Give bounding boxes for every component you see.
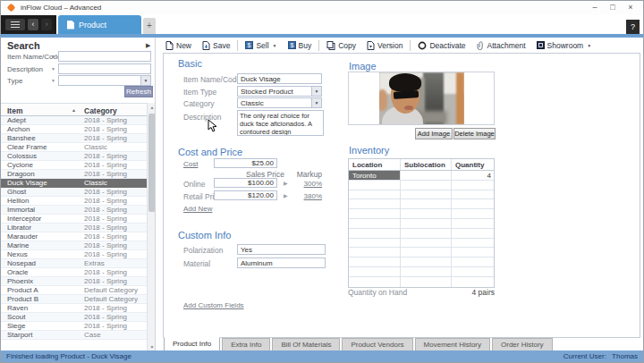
list-item[interactable]: Phoenix2018 - Spring	[1, 277, 147, 286]
list-item[interactable]: Banshee2018 - Spring	[1, 134, 147, 143]
inventory-empty-row[interactable]	[349, 239, 494, 249]
item-category-cell: Default Category	[80, 295, 147, 303]
item-name-input[interactable]	[237, 73, 322, 84]
inventory-empty-row[interactable]	[349, 219, 494, 229]
column-header-category[interactable]: Category	[84, 106, 117, 115]
list-item[interactable]: Hellion2018 - Spring	[1, 197, 147, 206]
material-input[interactable]	[237, 257, 326, 268]
list-item[interactable]: Clear FrameClassic	[1, 143, 147, 152]
retail-price-markup-link[interactable]: 380%	[289, 192, 322, 200]
type-select[interactable]: ▼	[58, 75, 151, 86]
category-select[interactable]: Classic ▼	[237, 97, 322, 108]
filter-arrow-icon[interactable]: ▼	[51, 54, 55, 59]
list-item[interactable]: Scout2018 - Spring	[1, 313, 147, 322]
add-new-link[interactable]: Add New	[183, 205, 212, 213]
inventory-empty-row[interactable]	[349, 267, 494, 277]
filter-arrow-icon[interactable]: ▼	[51, 78, 55, 83]
list-item[interactable]: StarportCase	[1, 331, 147, 340]
inventory-empty-row[interactable]	[349, 209, 494, 219]
online-markup-link[interactable]: 300%	[289, 180, 322, 188]
save-button[interactable]: Save	[197, 38, 235, 52]
list-item[interactable]: Raven2018 - Spring	[1, 304, 147, 313]
inventory-empty-row[interactable]	[349, 257, 494, 267]
inventory-col-sublocation: Sublocation	[401, 159, 452, 170]
panel-collapse-icon[interactable]: ▶	[146, 42, 150, 49]
list-item[interactable]: Nexus2018 - Spring	[1, 250, 147, 259]
cost-input[interactable]	[214, 158, 277, 168]
list-item[interactable]: Dragoon2018 - Spring	[1, 170, 147, 179]
buy-button[interactable]: $Buy	[283, 38, 318, 52]
back-button[interactable]: ‹	[28, 19, 38, 30]
inventory-empty-row[interactable]	[349, 248, 494, 257]
tab-movement-history[interactable]: Movement History	[415, 338, 490, 351]
forward-button[interactable]: ›	[41, 19, 52, 30]
list-item[interactable]: Product BDefault Category	[1, 295, 147, 304]
cost-link[interactable]: Cost	[183, 160, 198, 168]
attachment-button[interactable]: Attachment	[471, 38, 531, 52]
maximize-button[interactable]: □	[604, 1, 622, 15]
inventory-sublocation-cell[interactable]	[401, 171, 452, 180]
list-item[interactable]: Adept2018 - Spring	[1, 116, 147, 125]
inventory-empty-row[interactable]	[349, 181, 494, 190]
item-list-header[interactable]: Item ▲ Category	[1, 103, 156, 116]
item-name-code-input[interactable]	[58, 51, 151, 62]
inventory-empty-row[interactable]	[349, 190, 494, 200]
list-item[interactable]: Oracle2018 - Spring	[1, 268, 147, 277]
close-button[interactable]: ×	[622, 1, 640, 15]
list-item[interactable]: Interceptor2018 - Spring	[1, 215, 147, 224]
new-button[interactable]: New	[160, 38, 197, 52]
apply-markup-icon[interactable]: ▶	[284, 180, 288, 186]
inventory-location-cell[interactable]: Toronto	[349, 171, 401, 180]
status-message: Finished loading Product - Duck Visage	[6, 352, 131, 360]
version-button[interactable]: Version	[361, 38, 408, 52]
list-item[interactable]: Archon2018 - Spring	[1, 125, 147, 134]
list-item[interactable]: Colossus2018 - Spring	[1, 152, 147, 161]
list-item[interactable]: NosepadExtras	[1, 259, 147, 268]
list-item-selected[interactable]: Duck VisageClassic	[1, 179, 147, 188]
list-item[interactable]: Librator2018 - Spring	[1, 224, 147, 232]
category-label: Category	[183, 99, 215, 108]
minimize-button[interactable]: –	[586, 1, 604, 15]
inventory-empty-row[interactable]	[349, 277, 494, 287]
tab-product[interactable]: Product	[58, 15, 141, 34]
list-item[interactable]: Marauder2018 - Spring	[1, 232, 147, 241]
tab-order-history[interactable]: Order History	[492, 338, 553, 351]
tab-product-info[interactable]: Product Info	[164, 337, 220, 351]
copy-button-label: Copy	[338, 41, 356, 50]
tab-bill-of-materials[interactable]: Bill Of Materials	[272, 338, 340, 351]
list-item[interactable]: Product ADefault Category	[1, 286, 147, 295]
list-item[interactable]: Immortal2018 - Spring	[1, 206, 147, 215]
new-tab-button[interactable]: +	[143, 18, 156, 34]
column-header-item[interactable]: Item	[7, 106, 22, 115]
sell-button[interactable]: $Sell▼	[240, 38, 282, 52]
inventory-empty-row[interactable]	[349, 199, 494, 209]
tab-product-vendors[interactable]: Product Vendors	[342, 338, 412, 351]
list-item[interactable]: Siege2018 - Spring	[1, 322, 147, 331]
showroom-button[interactable]: Showroom▼	[531, 38, 597, 52]
menu-button[interactable]	[5, 19, 25, 30]
add-custom-fields-link[interactable]: Add Custom Fields	[183, 301, 244, 309]
deactivate-button[interactable]: Deactivate	[412, 38, 470, 52]
copy-button[interactable]: Copy	[321, 38, 361, 52]
retail-price-price-input[interactable]	[214, 190, 277, 200]
filter-arrow-icon[interactable]: ▼	[51, 66, 55, 72]
attachment-button-label: Attachment	[487, 41, 526, 50]
list-item[interactable]: Ghost2018 - Spring	[1, 188, 147, 197]
inventory-row[interactable]: Toronto4	[349, 171, 494, 181]
delete-image-button[interactable]: Delete Image	[453, 128, 496, 139]
item-type-select[interactable]: Stocked Product ▼	[237, 86, 322, 97]
list-item[interactable]: Cyclone2018 - Spring	[1, 161, 147, 170]
help-button[interactable]: ?	[626, 20, 640, 34]
tab-extra-info[interactable]: Extra Info	[222, 338, 270, 351]
refresh-button[interactable]: Refresh	[124, 86, 153, 97]
description-textarea[interactable]	[237, 110, 324, 136]
polarization-input[interactable]	[237, 244, 326, 255]
add-image-button[interactable]: Add Image	[415, 128, 453, 139]
inventory-empty-row[interactable]	[349, 229, 494, 239]
online-price-input[interactable]	[214, 178, 277, 188]
inventory-quantity-cell[interactable]: 4	[452, 171, 494, 180]
list-item[interactable]: Marine2018 - Spring	[1, 241, 147, 250]
description-input[interactable]	[58, 63, 151, 74]
apply-markup-icon[interactable]: ▶	[284, 192, 288, 198]
item-name-cell: Raven	[1, 304, 80, 312]
